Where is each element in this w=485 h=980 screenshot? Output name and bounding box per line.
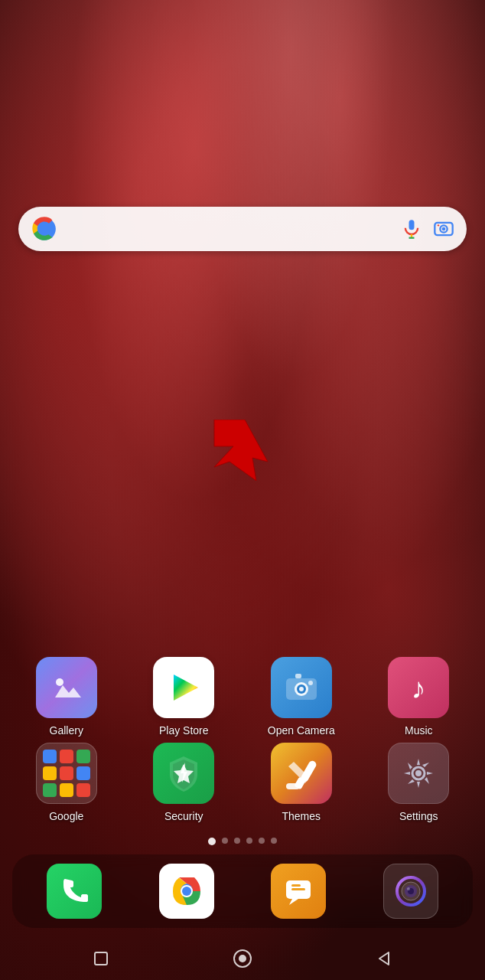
svg-point-13 <box>299 687 304 691</box>
svg-point-6 <box>442 227 446 231</box>
playstore-icon <box>153 657 214 718</box>
app-security[interactable]: Security <box>134 743 233 822</box>
lens-icon[interactable] <box>433 218 454 240</box>
settings-label: Settings <box>399 810 438 822</box>
svg-text:♪: ♪ <box>412 672 426 704</box>
folder-app-5 <box>60 766 73 780</box>
folder-app-6 <box>76 766 90 780</box>
app-opencamera[interactable]: Open Camera <box>252 657 351 737</box>
google-folder-icon <box>36 743 97 804</box>
svg-marker-42 <box>379 952 389 965</box>
themes-icon <box>271 743 332 804</box>
recents-icon <box>92 949 110 968</box>
folder-app-9 <box>76 783 90 797</box>
opencamera-icon-svg <box>282 668 321 707</box>
svg-point-38 <box>407 887 410 890</box>
dot-2[interactable] <box>222 838 228 844</box>
folder-app-4 <box>43 766 57 780</box>
settings-icon <box>388 743 449 804</box>
nav-back-button[interactable] <box>370 945 398 972</box>
nav-bar <box>0 937 485 980</box>
svg-point-29 <box>182 887 191 896</box>
svg-rect-32 <box>291 888 305 890</box>
messages-icon-svg <box>282 874 315 908</box>
security-label: Security <box>164 810 203 822</box>
google-folder-label: Google <box>49 810 83 822</box>
app-dock <box>12 854 473 928</box>
dot-6[interactable] <box>271 838 277 844</box>
google-logo-icon <box>31 215 58 243</box>
themes-icon-svg <box>282 754 321 792</box>
gallery-label: Gallery <box>50 724 83 737</box>
search-bar-container <box>0 191 485 251</box>
dock-chrome[interactable] <box>156 864 217 919</box>
folder-app-2 <box>60 750 73 763</box>
nav-recents-button[interactable] <box>87 945 115 972</box>
status-bar <box>0 0 485 23</box>
camera-dock-icon <box>383 864 438 919</box>
svg-marker-0 <box>214 420 268 481</box>
folder-app-8 <box>60 783 73 797</box>
gallery-icon-svg <box>47 668 86 707</box>
dot-4[interactable] <box>246 838 252 844</box>
back-icon <box>375 949 393 968</box>
svg-rect-39 <box>95 952 107 965</box>
app-row-2: Google Security <box>0 743 485 822</box>
home-icon <box>233 949 252 969</box>
folder-app-1 <box>43 750 57 763</box>
music-icon: ♪ <box>388 657 449 718</box>
svg-rect-1 <box>409 220 415 230</box>
svg-point-41 <box>239 955 246 962</box>
red-arrow <box>199 420 275 481</box>
svg-rect-23 <box>286 783 300 789</box>
dock-camera[interactable] <box>380 864 441 919</box>
nav-home-button[interactable] <box>229 945 256 972</box>
playstore-icon-svg <box>164 668 203 707</box>
gallery-icon <box>36 657 97 718</box>
svg-rect-14 <box>295 674 301 678</box>
dock-messages[interactable] <box>268 864 329 919</box>
playstore-label: Play Store <box>159 724 209 737</box>
security-icon <box>153 743 214 804</box>
dot-3[interactable] <box>234 838 240 844</box>
folder-app-3 <box>76 750 90 763</box>
dot-1[interactable] <box>208 838 216 845</box>
chrome-icon-svg <box>168 873 205 910</box>
opencamera-icon <box>271 657 332 718</box>
phone-icon-svg <box>57 874 91 908</box>
app-playstore[interactable]: Play Store <box>134 657 233 737</box>
svg-rect-33 <box>291 884 301 887</box>
app-themes[interactable]: Themes <box>252 743 351 822</box>
messages-icon <box>271 864 326 919</box>
app-row-1: Gallery Play Store <box>0 657 485 737</box>
music-label: Music <box>405 724 433 737</box>
svg-point-15 <box>308 681 313 685</box>
security-icon-svg <box>165 753 202 793</box>
app-gallery[interactable]: Gallery <box>17 657 116 737</box>
screen-content: Gallery Play Store <box>0 0 485 980</box>
music-icon-svg: ♪ <box>400 669 437 706</box>
settings-icon-svg <box>399 754 438 792</box>
app-settings[interactable]: Settings <box>369 743 468 822</box>
search-bar-actions <box>401 218 454 240</box>
app-music[interactable]: ♪ Music <box>369 657 468 737</box>
themes-label: Themes <box>282 810 321 822</box>
svg-marker-31 <box>289 899 298 905</box>
phone-icon <box>47 864 102 919</box>
search-bar[interactable] <box>18 207 467 251</box>
svg-point-7 <box>438 224 439 226</box>
mic-icon[interactable] <box>401 218 422 240</box>
svg-point-8 <box>56 678 63 686</box>
svg-marker-9 <box>174 675 198 701</box>
page-indicator <box>0 828 485 854</box>
dock-phone[interactable] <box>44 864 105 919</box>
opencamera-label: Open Camera <box>268 724 335 737</box>
app-google-folder[interactable]: Google <box>17 743 116 822</box>
folder-app-7 <box>43 783 57 797</box>
dot-5[interactable] <box>259 838 265 844</box>
chrome-icon <box>159 864 214 919</box>
camera-dock-icon-svg <box>393 874 428 909</box>
svg-point-25 <box>415 770 422 776</box>
